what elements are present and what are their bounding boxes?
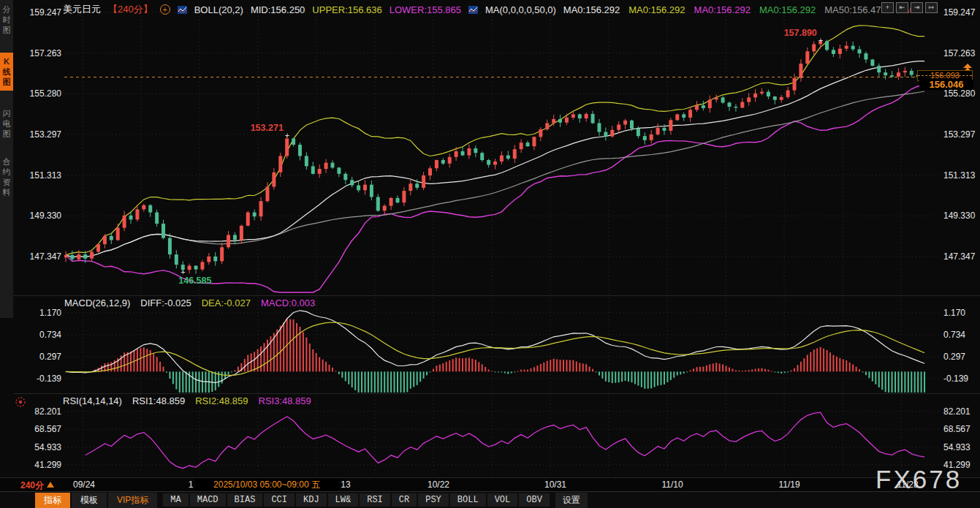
axis-value-label: -0.139 bbox=[943, 374, 980, 384]
watermark: FX678 bbox=[875, 465, 962, 494]
axis-value-label: 155.280 bbox=[13, 88, 61, 99]
toolbar-button-psy[interactable]: PSY bbox=[418, 493, 449, 507]
ma-value: MA0:156.292 bbox=[628, 4, 685, 15]
axis-value-label: 1.170 bbox=[943, 308, 980, 318]
axis-value-label: 153.297 bbox=[13, 129, 61, 140]
period-badge[interactable]: 【240分】 bbox=[108, 3, 153, 16]
axis-value-label: 159.247 bbox=[943, 7, 980, 18]
sidebar-item-time-chart[interactable]: 分时图 bbox=[0, 4, 13, 35]
toolbar-button-rsi[interactable]: RSI bbox=[360, 493, 390, 507]
boll-mid-value: MID:156.250 bbox=[251, 4, 305, 15]
ma-value: MA0:156.292 bbox=[759, 4, 816, 15]
svg-text:157.890: 157.890 bbox=[784, 28, 817, 38]
indicator-toolbar: 指标模板VIP指标 MAMACDBIASCCIKDJLW&RSICRPSYBOL… bbox=[0, 491, 980, 508]
axis-value-label: 0.297 bbox=[943, 352, 980, 362]
ma-value: MA50:156.471 bbox=[824, 4, 886, 15]
toolbar-button-macd[interactable]: MACD bbox=[190, 493, 226, 507]
x-tick-label: 1 bbox=[189, 479, 194, 490]
mini-chart-icon[interactable] bbox=[468, 6, 478, 14]
x-tick-label: 11/19 bbox=[778, 479, 799, 490]
axis-value-label: 68.567 bbox=[943, 424, 980, 434]
rsi-title: RSI(14,14,14) bbox=[63, 395, 122, 406]
symbol-name: 美元日元 bbox=[63, 3, 101, 16]
axis-value-label: 159.247 bbox=[13, 7, 61, 18]
macd-header: MACD(26,12,9) DIFF:-0.025 DEA:-0.027 MAC… bbox=[64, 297, 315, 308]
axis-value-label: 157.263 bbox=[943, 48, 980, 58]
rsi2-value: RSI2:48.859 bbox=[195, 395, 248, 406]
toolbar-button-lw[interactable]: LW& bbox=[328, 493, 359, 507]
toolbar-button-ma[interactable]: MA bbox=[163, 493, 188, 507]
macd-value: MACD:0.003 bbox=[261, 297, 315, 308]
rsi3-value: RSI3:48.859 bbox=[259, 395, 311, 406]
axis-value-label: 0.734 bbox=[943, 330, 980, 340]
toolbar-button-obv[interactable]: OBV bbox=[519, 493, 550, 507]
axis-value-label: 0.297 bbox=[13, 352, 61, 362]
add-icon[interactable]: + bbox=[160, 4, 170, 15]
boll-title: BOLL(20,2) bbox=[194, 4, 243, 15]
toolbar-button-cr[interactable]: CR bbox=[392, 493, 417, 507]
toolbar-tabs: 指标模板VIP指标 bbox=[35, 493, 157, 508]
crosshair-tool-icon[interactable]: + bbox=[881, 2, 894, 13]
tab-vip-indicator[interactable]: VIP指标 bbox=[108, 493, 157, 508]
svg-text:+: + bbox=[818, 36, 823, 45]
axis-value-label: 41.299 bbox=[13, 460, 61, 470]
x-tick-label: 11/10 bbox=[661, 479, 683, 490]
axis-value-label: 54.933 bbox=[13, 442, 61, 452]
rsi1-value: RSI1:48.859 bbox=[132, 395, 185, 406]
axis-value-label: 151.313 bbox=[13, 170, 61, 181]
boll-lower-value: LOWER:155.865 bbox=[390, 4, 461, 15]
axis-value-label: 155.280 bbox=[943, 88, 980, 99]
axis-value-label: 153.297 bbox=[943, 129, 980, 140]
tab-template[interactable]: 模板 bbox=[72, 493, 107, 508]
crosshair-date-label: 2025/10/03 05:00~09:00 五 bbox=[195, 479, 338, 490]
window-toolbar-icons: +⇤⇥↦ bbox=[881, 2, 938, 13]
toolbar-button-vol[interactable]: VOL bbox=[487, 493, 518, 507]
axis-value-label: -0.139 bbox=[13, 374, 61, 384]
axis-value-label: 151.313 bbox=[943, 170, 980, 181]
chart-canvas[interactable]: +146.585+153.271+157.890 bbox=[0, 0, 980, 508]
sidebar-item-kline-chart[interactable]: K线图 bbox=[0, 53, 13, 91]
svg-text:146.585: 146.585 bbox=[178, 276, 211, 286]
axis-value-label: 0.734 bbox=[13, 330, 61, 340]
axis-value-label: 147.347 bbox=[13, 251, 61, 262]
boll-upper-value: UPPER:156.636 bbox=[312, 4, 381, 15]
axis-value-label: 157.263 bbox=[13, 48, 61, 58]
axis-value-label: 149.330 bbox=[13, 211, 61, 221]
axis-value-label: 149.330 bbox=[943, 211, 980, 221]
sidebar-item-flash-chart[interactable]: 闪电图 bbox=[0, 108, 13, 139]
sidebar-item-contract-info[interactable]: 合约资料 bbox=[0, 156, 13, 197]
svg-text:+: + bbox=[285, 131, 289, 140]
chart-header: 美元日元 【240分】 + BOLL(20,2) MID:156.250 UPP… bbox=[63, 2, 922, 17]
ma-title: MA(0,0,0,0,50,0) bbox=[485, 4, 556, 15]
scroll-right-icon[interactable]: ⇥ bbox=[911, 2, 923, 13]
x-tick-label: 10/22 bbox=[428, 479, 449, 490]
left-sidebar: 分时图K线图闪电图合约资料 bbox=[0, 0, 13, 318]
axis-value-label: 82.201 bbox=[943, 406, 980, 417]
axis-value-label: 68.567 bbox=[13, 424, 61, 434]
scroll-left-icon[interactable]: ⇤ bbox=[896, 2, 908, 13]
x-tick-label: 10/31 bbox=[544, 479, 566, 490]
toolbar-button-bias[interactable]: BIAS bbox=[227, 493, 263, 507]
macd-dea-value: DEA:-0.027 bbox=[202, 297, 251, 308]
toolbar-button-cci[interactable]: CCI bbox=[264, 493, 295, 507]
axis-value-label: 147.347 bbox=[943, 251, 980, 262]
period-selector[interactable]: 240分 bbox=[20, 479, 44, 492]
macd-diff-value: DIFF:-0.025 bbox=[140, 297, 191, 308]
settings-button[interactable]: 设置 bbox=[555, 493, 588, 508]
ma-value: MA0:156.292 bbox=[694, 4, 751, 15]
time-axis: 240分 2025/10/03 05:00~09:00 五 09/2411310… bbox=[0, 477, 980, 492]
toolbar-button-boll[interactable]: BOLL bbox=[450, 493, 486, 507]
jump-latest-icon[interactable]: ↦ bbox=[925, 2, 938, 13]
svg-text:153.271: 153.271 bbox=[251, 123, 284, 133]
tab-indicator[interactable]: 指标 bbox=[35, 493, 70, 508]
mini-chart-icon[interactable] bbox=[178, 6, 187, 14]
toolbar-button-kdj[interactable]: KDJ bbox=[296, 493, 327, 507]
last-price-label: 156.046 bbox=[919, 80, 973, 90]
x-tick-label: 13 bbox=[341, 479, 350, 490]
indicator-buttons: MAMACDBIASCCIKDJLW&RSICRPSYBOLLVOLOBV bbox=[163, 493, 550, 507]
x-tick-label: 09/24 bbox=[73, 479, 95, 490]
target-icon[interactable] bbox=[14, 395, 27, 412]
app-window: +146.585+153.271+157.890 分时图K线图闪电图合约资料 美… bbox=[0, 0, 980, 508]
ma-values: MA0:156.292MA0:156.292MA0:156.292MA0:156… bbox=[563, 4, 923, 15]
period-caret-icon[interactable] bbox=[47, 482, 54, 488]
